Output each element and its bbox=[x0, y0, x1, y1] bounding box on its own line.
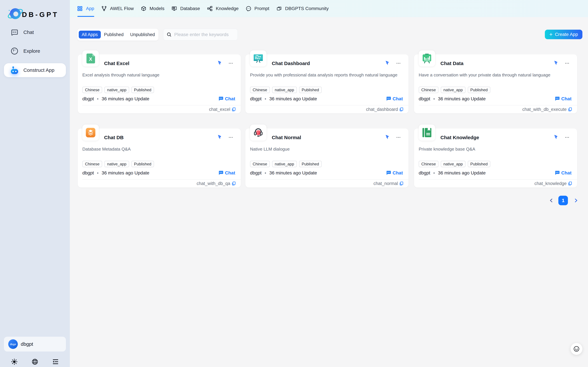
svg-text:SQL: SQL bbox=[173, 8, 175, 9]
svg-text:X: X bbox=[89, 57, 92, 62]
svg-text:DB-GPT: DB-GPT bbox=[22, 11, 59, 18]
